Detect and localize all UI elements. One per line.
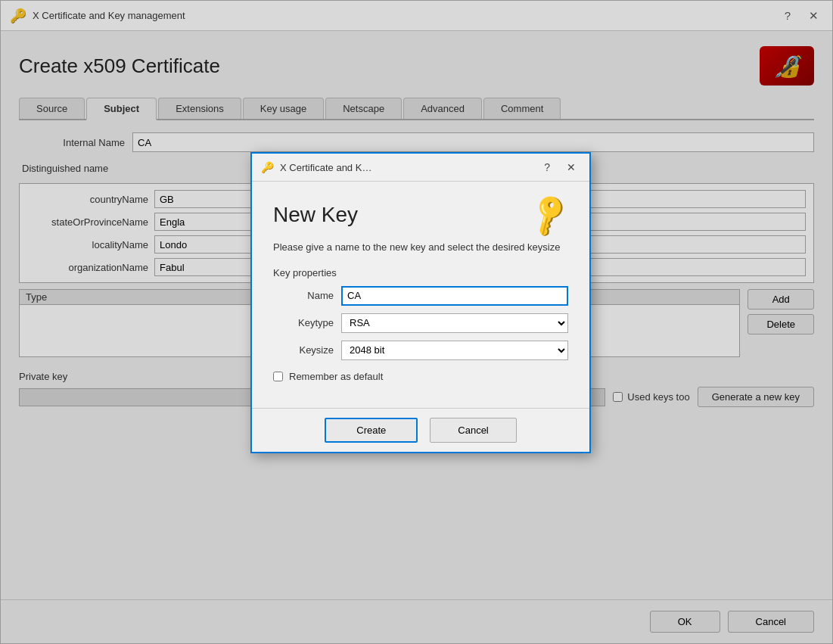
- dialog-name-row: Name: [273, 286, 568, 306]
- dialog-cancel-button[interactable]: Cancel: [430, 418, 516, 443]
- dialog-controls: ? ✕: [539, 160, 580, 175]
- dialog-keytype-row: Keytype RSA DSA EC: [273, 313, 568, 333]
- dialog-overlay: 🔑 X Certificate and K… ? ✕ New Key 🔑 Ple…: [1, 1, 832, 643]
- dialog-header-row: New Key 🔑: [273, 197, 568, 232]
- key-large-icon: 🔑: [524, 190, 575, 240]
- dialog-title-bar: 🔑 X Certificate and K… ? ✕: [252, 154, 589, 182]
- new-key-dialog: 🔑 X Certificate and K… ? ✕ New Key 🔑 Ple…: [250, 152, 591, 453]
- dialog-keysize-select[interactable]: 1024 bit 2048 bit 4096 bit: [341, 341, 568, 360]
- dialog-keytype-select[interactable]: RSA DSA EC: [341, 313, 568, 333]
- dialog-keysize-row: Keysize 1024 bit 2048 bit 4096 bit: [273, 341, 568, 360]
- dialog-content: New Key 🔑 Please give a name to the new …: [252, 182, 589, 408]
- dialog-description: Please give a name to the new key and se…: [273, 240, 568, 255]
- dialog-remember-row: Remember as default: [273, 371, 568, 382]
- dialog-footer: Create Cancel: [252, 408, 589, 452]
- dialog-name-input[interactable]: [341, 286, 568, 306]
- dialog-main-title: New Key: [273, 203, 358, 227]
- dialog-title-left: 🔑 X Certificate and K…: [261, 161, 371, 173]
- key-props-label: Key properties: [273, 267, 568, 278]
- dialog-icon: 🔑: [261, 161, 274, 173]
- dialog-help-button[interactable]: ?: [539, 160, 555, 175]
- dialog-keytype-label: Keytype: [273, 317, 334, 328]
- dialog-remember-label: Remember as default: [289, 371, 383, 382]
- dialog-title-text: X Certificate and K…: [280, 162, 371, 173]
- dialog-keysize-label: Keysize: [273, 344, 334, 356]
- dialog-close-button[interactable]: ✕: [562, 160, 580, 175]
- dialog-remember-checkbox[interactable]: [273, 372, 283, 381]
- dialog-name-label: Name: [273, 290, 334, 301]
- dialog-create-button[interactable]: Create: [325, 418, 418, 443]
- main-window: 🔑 X Certificate and Key management ? ✕ C…: [0, 0, 833, 644]
